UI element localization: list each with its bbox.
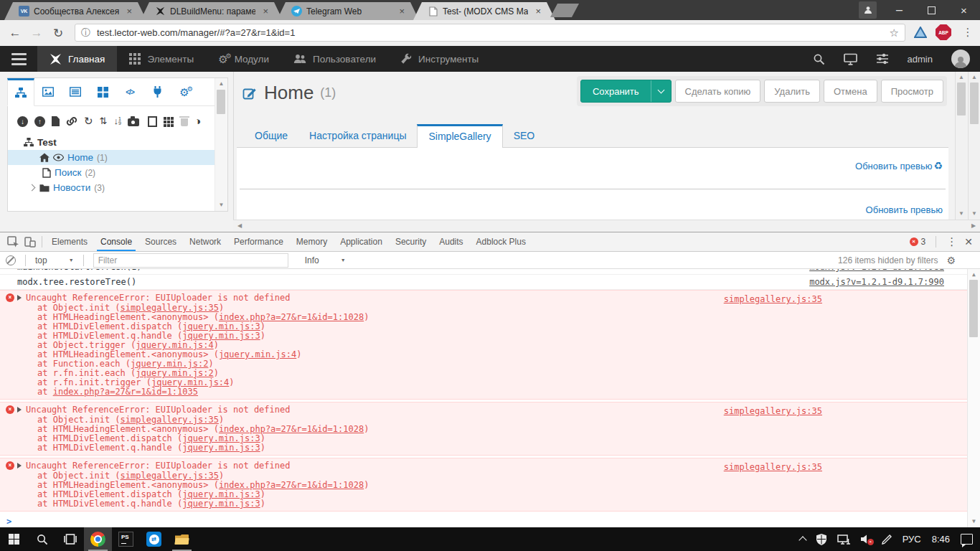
source-link[interactable]: simplegallery.js:35: [121, 415, 219, 425]
cancel-button[interactable]: Отмена: [824, 80, 877, 103]
scroll-up-icon[interactable]: ▲: [968, 270, 980, 280]
camera-icon[interactable]: [128, 118, 139, 126]
console-prompt[interactable]: >: [0, 514, 980, 527]
taskbar-search-button[interactable]: [28, 527, 56, 551]
source-link[interactable]: jquery.min.js:3: [182, 489, 260, 499]
scroll-thumb[interactable]: [969, 280, 978, 337]
expand-triangle-icon[interactable]: [17, 295, 22, 301]
extension-frigate-icon[interactable]: [913, 24, 928, 40]
tree-item-novosti[interactable]: Новости (3): [8, 180, 227, 195]
close-button[interactable]: ×: [948, 0, 980, 20]
source-link[interactable]: jquery.min.js:3: [182, 321, 260, 331]
source-link[interactable]: index.php?a=27&r=1&id=1:1028: [219, 480, 364, 490]
tab-simplegallery[interactable]: SimpleGallery: [417, 124, 502, 148]
devtools-close-icon[interactable]: ✕: [964, 236, 973, 248]
source-link[interactable]: simplegallery.js:35: [121, 471, 219, 481]
avatar-icon[interactable]: [951, 50, 970, 68]
browser-tab-telegram[interactable]: Telegram Web ×: [277, 2, 419, 20]
tree-tab-snippets[interactable]: </>: [116, 78, 143, 105]
devtools-tab-sources[interactable]: Sources: [138, 232, 183, 251]
browser-tab-modx[interactable]: Test- (MODX CMS Manag ×: [413, 2, 555, 20]
source-link[interactable]: jquery.min.js:4: [151, 377, 229, 387]
device-toolbar-icon[interactable]: [22, 233, 39, 250]
source-link[interactable]: simplegallery.js:35: [121, 303, 219, 313]
source-link[interactable]: jquery.min.js:2: [131, 359, 208, 369]
scroll-down-icon[interactable]: ▼: [956, 209, 967, 219]
source-link[interactable]: jquery.min.js:3: [182, 433, 260, 443]
source-link[interactable]: jquery.min.js:3: [182, 499, 260, 509]
duplicate-button[interactable]: Сделать копию: [675, 80, 761, 103]
devtools-tab-security[interactable]: Security: [389, 232, 433, 251]
volume-muted-icon[interactable]: ×: [861, 534, 871, 544]
source-link[interactable]: jquery.min.js:3: [182, 331, 260, 341]
tree-tab-templates[interactable]: [62, 78, 89, 105]
nav-item-elements[interactable]: Элементы: [117, 46, 206, 72]
window-scrollbar[interactable]: ▲ ▼: [968, 72, 980, 220]
language-indicator[interactable]: РУС: [903, 534, 921, 545]
scroll-up-icon[interactable]: ▲: [215, 79, 227, 89]
action-center-icon[interactable]: [961, 534, 973, 545]
devtools-tab-network[interactable]: Network: [183, 232, 227, 251]
tab-close-icon[interactable]: ×: [399, 6, 405, 17]
save-dropdown-button[interactable]: [651, 80, 671, 102]
tray-expand-icon[interactable]: [798, 536, 806, 544]
collapse-all-icon[interactable]: ↑: [34, 116, 45, 127]
task-view-button[interactable]: [56, 527, 84, 551]
scroll-thumb[interactable]: [217, 90, 225, 114]
clear-console-icon[interactable]: [6, 255, 16, 265]
scroll-up-icon[interactable]: ▲: [956, 72, 967, 83]
taskbar-teamviewer-button[interactable]: ⇄: [140, 527, 168, 551]
source-link[interactable]: simplegallery.js:35: [724, 406, 822, 417]
tab-seo[interactable]: SEO: [503, 124, 546, 147]
context-select[interactable]: top ▼: [35, 255, 74, 265]
tree-item-poisk[interactable]: Поиск (2): [8, 165, 227, 180]
tab-page-settings[interactable]: Настройка страницы: [298, 124, 417, 147]
profile-button[interactable]: [859, 1, 877, 19]
devtools-tab-elements[interactable]: Elements: [45, 232, 94, 251]
devtools-tab-adblockplus[interactable]: Adblock Plus: [470, 232, 532, 251]
forward-button[interactable]: →: [26, 22, 47, 44]
network-icon[interactable]: [837, 534, 850, 545]
scroll-down-icon[interactable]: ▼: [215, 200, 227, 210]
start-button[interactable]: [0, 527, 28, 551]
console-scrollbar[interactable]: ▲ ▼: [967, 269, 980, 527]
tree-root[interactable]: Test: [8, 135, 227, 150]
refresh-icon[interactable]: ↻: [84, 116, 93, 126]
tree-scrollbar[interactable]: ▲ ▼: [215, 78, 227, 211]
inspect-element-icon[interactable]: [4, 233, 22, 250]
bookmark-star-icon[interactable]: ☆: [890, 27, 899, 39]
browser-menu-icon[interactable]: ⋮: [960, 24, 976, 40]
error-count-badge[interactable]: × 3: [910, 237, 926, 247]
scroll-right-icon[interactable]: ▶: [969, 220, 979, 232]
source-link[interactable]: jquery.min.js:4: [219, 349, 296, 359]
devtools-tab-console[interactable]: Console: [94, 232, 138, 251]
tab-close-icon[interactable]: ×: [535, 6, 541, 17]
source-link[interactable]: index.php?a=27&r=1&id=1:1028: [219, 424, 364, 434]
source-link[interactable]: index.php?a=27&r=1&id=1:1035: [53, 387, 198, 397]
tree-tab-settings[interactable]: ⚙⚙: [171, 78, 198, 105]
sort-icon[interactable]: ⇅: [100, 116, 108, 126]
refresh-preview-link[interactable]: Обновить превью♻: [855, 160, 943, 171]
console-settings-icon[interactable]: ⚙: [946, 255, 956, 266]
reload-button[interactable]: ↻: [47, 22, 69, 44]
source-link[interactable]: jquery.min.js:2: [136, 368, 213, 378]
nav-item-modules[interactable]: ⚙⚙ Модули: [206, 46, 281, 72]
nav-item-users[interactable]: Пользователи: [281, 46, 388, 72]
taskbar-phpstorm-button[interactable]: PS: [112, 527, 140, 551]
back-button[interactable]: ←: [4, 22, 26, 44]
new-tab-button[interactable]: [550, 4, 579, 17]
expand-triangle-icon[interactable]: [17, 463, 22, 468]
omnibox[interactable]: ⓘ ☆: [75, 24, 905, 42]
tab-general[interactable]: Общие: [244, 124, 298, 147]
sort-numeric-icon[interactable]: ↓19: [113, 117, 121, 126]
sliders-icon[interactable]: [876, 53, 889, 65]
scroll-down-icon[interactable]: ▼: [969, 209, 980, 219]
source-link[interactable]: jquery.min.js:4: [136, 340, 213, 350]
devtools-tab-memory[interactable]: Memory: [290, 232, 334, 251]
tab-close-icon[interactable]: ×: [126, 6, 132, 17]
scroll-thumb[interactable]: [970, 83, 979, 124]
pen-icon[interactable]: [882, 534, 892, 545]
source-link[interactable]: simplegallery.js:35: [724, 462, 822, 473]
defender-shield-icon[interactable]: [816, 534, 826, 545]
tree-tab-resources[interactable]: [7, 78, 34, 106]
